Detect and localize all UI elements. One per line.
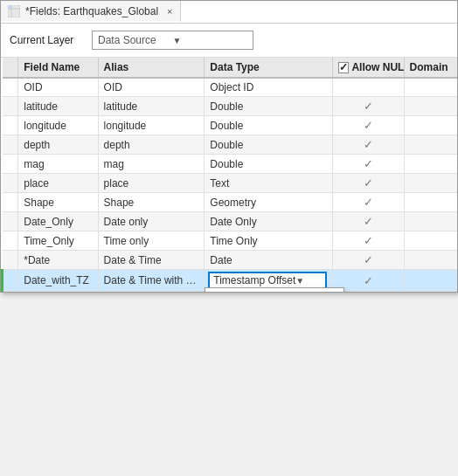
- row-arrow: [3, 212, 18, 231]
- field-allow-null: ✓: [333, 251, 404, 270]
- field-allow-null: ✓: [333, 174, 404, 193]
- field-name: longitude: [18, 116, 98, 135]
- row-arrow: [3, 135, 18, 155]
- field-domain: [404, 78, 457, 97]
- allow-null-header-checkbox[interactable]: ✓: [338, 62, 349, 73]
- field-domain: [404, 97, 457, 116]
- field-data-type: Object ID: [205, 78, 333, 97]
- table-row[interactable]: place place Text ✓: [3, 174, 458, 193]
- field-name: depth: [18, 135, 98, 155]
- header-data-type: Data Type: [205, 58, 333, 78]
- table-row[interactable]: Date_Only Date only Date Only ✓: [3, 212, 458, 231]
- table-row[interactable]: *Date Date & Time Date ✓: [3, 251, 458, 270]
- field-data-type-cell: Timestamp Offset ▼ Short Long Big Intege…: [205, 270, 333, 292]
- current-layer-row: Current Layer Data Source ▼: [1, 24, 457, 58]
- field-domain: [404, 135, 457, 155]
- field-data-type: Double: [205, 116, 333, 135]
- header-arrow: [3, 58, 18, 78]
- field-alias: Date only: [98, 212, 205, 231]
- field-allow-null: ✓: [333, 135, 404, 155]
- field-allow-null: [333, 78, 404, 97]
- field-domain: [404, 174, 457, 193]
- dropdown-arrow-icon: ▼: [173, 36, 248, 45]
- datatype-option-short[interactable]: Short: [205, 288, 344, 292]
- title-bar: *Fields: Earthquakes_Global ×: [1, 1, 457, 24]
- svg-rect-3: [8, 5, 11, 9]
- row-arrow: [3, 193, 18, 212]
- field-domain: [404, 155, 457, 174]
- field-data-type: Date: [205, 251, 333, 270]
- field-alias: mag: [98, 155, 205, 174]
- field-name: OID: [18, 78, 98, 97]
- fields-table-container: Field Name Alias Data Type ✓ Allow NULL …: [1, 58, 457, 292]
- field-alias: latitude: [98, 97, 205, 116]
- row-arrow: [3, 174, 18, 193]
- window-tab[interactable]: *Fields: Earthquakes_Global ×: [1, 1, 181, 23]
- table-icon: [8, 5, 20, 17]
- field-domain: [404, 231, 457, 251]
- field-data-type: Time Only: [205, 231, 333, 251]
- row-arrow: [3, 97, 18, 116]
- field-domain: [404, 193, 457, 212]
- fields-table: Field Name Alias Data Type ✓ Allow NULL …: [1, 58, 457, 292]
- row-arrow: [3, 116, 18, 135]
- field-domain: [404, 116, 457, 135]
- header-domain: Domain: [404, 58, 457, 78]
- field-name: Time_Only: [18, 231, 98, 251]
- current-layer-label: Current Layer: [10, 34, 80, 46]
- field-allow-null: ✓: [333, 116, 404, 135]
- field-domain: [404, 251, 457, 270]
- table-body: OID OID Object ID latitude latitude Doub…: [3, 78, 458, 292]
- field-name: place: [18, 174, 98, 193]
- table-row[interactable]: depth depth Double ✓: [3, 135, 458, 155]
- field-allow-null: ✓: [333, 212, 404, 231]
- field-name: *Date: [18, 251, 98, 270]
- field-domain: [404, 212, 457, 231]
- field-name: latitude: [18, 97, 98, 116]
- field-alias: OID: [98, 78, 205, 97]
- field-data-type: Double: [205, 155, 333, 174]
- field-allow-null: ✓: [333, 155, 404, 174]
- field-alias: place: [98, 174, 205, 193]
- datatype-value: Timestamp Offset: [213, 274, 295, 286]
- table-row[interactable]: longitude longitude Double ✓: [3, 116, 458, 135]
- table-row[interactable]: OID OID Object ID: [3, 78, 458, 97]
- row-arrow: [3, 270, 18, 292]
- row-arrow: [3, 155, 18, 174]
- header-allow-null: ✓ Allow NULL: [333, 58, 404, 78]
- field-alias: Shape: [98, 193, 205, 212]
- field-name: mag: [18, 155, 98, 174]
- field-name: Shape: [18, 193, 98, 212]
- row-arrow: [3, 251, 18, 270]
- field-domain: [404, 270, 457, 292]
- field-data-type: Double: [205, 97, 333, 116]
- table-row[interactable]: Date_with_TZ Date & Time with Timezone O…: [3, 270, 458, 292]
- table-header: Field Name Alias Data Type ✓ Allow NULL …: [3, 58, 458, 78]
- tab-title: *Fields: Earthquakes_Global: [25, 5, 158, 17]
- table-row[interactable]: Shape Shape Geometry ✓: [3, 193, 458, 212]
- close-button[interactable]: ×: [167, 6, 172, 17]
- field-data-type: Text: [205, 174, 333, 193]
- field-alias: depth: [98, 135, 205, 155]
- field-allow-null: ✓: [333, 231, 404, 251]
- main-window: *Fields: Earthquakes_Global × Current La…: [0, 0, 458, 293]
- table-row[interactable]: latitude latitude Double ✓: [3, 97, 458, 116]
- header-field-name: Field Name: [18, 58, 98, 78]
- current-layer-value: Data Source: [98, 34, 173, 46]
- field-name: Date_Only: [18, 212, 98, 231]
- table-row[interactable]: Time_Only Time only Time Only ✓: [3, 231, 458, 251]
- field-alias: longitude: [98, 116, 205, 135]
- field-alias: Time only: [98, 231, 205, 251]
- current-layer-dropdown[interactable]: Data Source ▼: [92, 31, 253, 50]
- field-allow-null: ✓: [333, 97, 404, 116]
- field-data-type: Geometry: [205, 193, 333, 212]
- field-allow-null: ✓: [333, 193, 404, 212]
- row-arrow: [3, 78, 18, 97]
- table-row[interactable]: mag mag Double ✓: [3, 155, 458, 174]
- field-alias: Date & Time: [98, 251, 205, 270]
- field-name: Date_with_TZ: [18, 270, 98, 292]
- datatype-popup-list: Short Long Big Integer Float Double Text…: [205, 287, 344, 292]
- field-data-type: Date Only: [205, 212, 333, 231]
- data-type-dropdown[interactable]: Timestamp Offset ▼: [208, 272, 327, 289]
- header-alias: Alias: [98, 58, 205, 78]
